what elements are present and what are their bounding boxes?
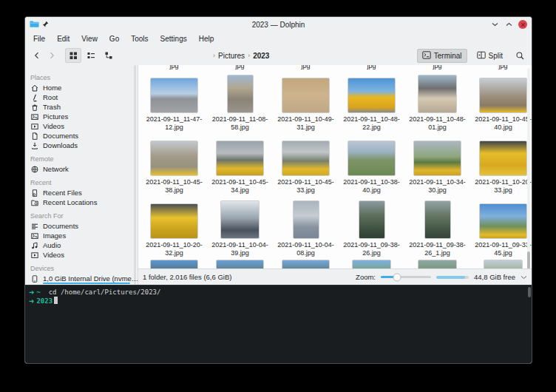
section-header-remote: Remote <box>30 153 138 164</box>
file-view[interactable]: jpgjpgjpgjpgjpgjpg 2021-09-11_11-47-12.j… <box>138 65 532 268</box>
file-name-line1: 2021-09-11_11-08- <box>212 115 268 124</box>
file-item[interactable]: 2021-09-11_10-45-34.jpg <box>207 133 273 196</box>
file-label-clipped: jpg <box>273 65 339 70</box>
thumbnail-wrap <box>424 196 451 239</box>
file-name-line2: 31.jpg <box>277 124 333 132</box>
breadcrumb-2023[interactable]: 2023 <box>253 52 269 60</box>
sidebar-item-documents[interactable]: Documents <box>30 221 138 231</box>
file-item[interactable]: 2021-09-11_10-45-38.jpg <box>141 133 207 196</box>
sidebar-item-label: Root <box>43 93 58 101</box>
sidebar-item-recent-locations[interactable]: Recent Locations <box>30 197 138 207</box>
zoom-slider-handle[interactable] <box>393 273 401 281</box>
maximize-button[interactable] <box>504 20 513 29</box>
file-name: 2021-09-11_11-47-12.jpg <box>146 115 203 131</box>
search-icon[interactable] <box>512 48 527 63</box>
file-thumbnail <box>418 75 457 113</box>
menu-settings[interactable]: Settings <box>155 33 192 44</box>
file-item-clipped[interactable] <box>404 259 470 268</box>
terminal-line: ➜ ~ cd /home/carl/Pictures/2023/ <box>29 288 528 297</box>
thumbnail-wrap <box>150 133 198 176</box>
sidebar-item-images[interactable]: Images <box>30 231 138 240</box>
file-item[interactable]: 2021-09-11_10-45-40.jpg <box>470 70 532 133</box>
file-thumbnail <box>282 260 330 268</box>
sidebar-item-1-0-gib-internal-drive-nvme[interactable]: 1,0 GiB Internal Drive (nvme… <box>30 274 138 283</box>
terminal-toggle-button[interactable]: Terminal <box>417 49 467 63</box>
file-item[interactable]: 2021-09-11_10-49-31.jpg <box>273 70 339 133</box>
file-name-line2: 01.jpg <box>409 124 465 132</box>
terminal-scrollbar[interactable] <box>528 287 531 297</box>
zoom-slider[interactable] <box>381 276 431 278</box>
forward-button[interactable] <box>44 48 59 63</box>
places-panel: PlacesHomeRootTrashPicturesVideosDocumen… <box>25 65 138 285</box>
chevron-down-icon[interactable] <box>521 273 527 281</box>
file-item-clipped[interactable] <box>141 259 207 268</box>
file-name-line2: 33.jpg <box>277 186 333 195</box>
file-item-clipped[interactable] <box>207 259 273 268</box>
file-item-clipped[interactable] <box>470 259 532 268</box>
fileview-scrollbar-track[interactable] <box>527 68 530 266</box>
menu-file[interactable]: File <box>28 33 50 44</box>
menu-view[interactable]: View <box>76 33 103 44</box>
sidebar-item-videos[interactable]: Videos <box>30 250 138 260</box>
statusbar: 1 folder, 2.016 files (6,6 GiB) Zoom: 44… <box>138 268 532 285</box>
file-thumbnail <box>282 141 330 176</box>
file-thumbnail <box>413 141 461 176</box>
file-name-line1: 2021-09-11_10-49- <box>277 115 333 124</box>
file-item[interactable]: 2021-09-11_10-45-33.jpg <box>273 133 339 196</box>
file-item[interactable]: 2021-09-11_09-38-26.jpg <box>339 196 404 259</box>
sidebar-item-network[interactable]: Network <box>30 164 138 174</box>
menu-edit[interactable]: Edit <box>52 33 75 44</box>
sidebar-item-pictures[interactable]: Pictures <box>30 112 138 121</box>
minimize-button[interactable] <box>490 20 499 29</box>
zoom-label: Zoom: <box>356 273 376 281</box>
tree-view-button[interactable] <box>101 48 117 63</box>
sidebar-item-downloads[interactable]: Downloads <box>30 141 138 150</box>
file-name: 2021-09-11_09-38-26_1.jpg <box>409 241 465 257</box>
breadcrumb-pictures[interactable]: Pictures <box>218 52 245 60</box>
close-button[interactable] <box>518 20 527 29</box>
file-item[interactable]: 2021-09-11_11-47-12.jpg <box>141 70 207 133</box>
file-name-line2: 32.jpg <box>146 249 202 257</box>
menu-tools[interactable]: Tools <box>126 33 153 44</box>
file-thumbnail <box>220 200 260 239</box>
file-item[interactable]: 2021-09-11_10-48-01.jpg <box>404 70 470 133</box>
file-item[interactable]: 2021-09-11_10-04-08.jpg <box>273 196 339 259</box>
titlebar[interactable]: 2023 — Dolphin <box>25 17 532 32</box>
file-item[interactable]: 2021-09-11_10-04-39.jpg <box>207 196 273 259</box>
file-name-line2: 12.jpg <box>146 124 203 132</box>
sidebar-item-root[interactable]: Root <box>30 92 138 102</box>
icons-view-button[interactable] <box>65 48 81 63</box>
file-item[interactable]: 2021-09-11_10-20-33.jpg <box>470 133 532 196</box>
file-name-line2: 30.jpg <box>409 186 465 195</box>
file-item[interactable]: 2021-09-11_10-38-40.jpg <box>339 133 404 196</box>
prompt-directory: 2023 <box>36 297 52 305</box>
status-summary: 1 folder, 2.016 files (6,6 GiB) <box>143 273 231 281</box>
menu-go[interactable]: Go <box>104 33 124 44</box>
sidebar-item-audio[interactable]: Audio <box>30 240 138 250</box>
file-item[interactable]: 2021-09-11_09-38-26_1.jpg <box>404 196 470 259</box>
file-item-clipped[interactable] <box>273 259 339 268</box>
file-item[interactable]: 2021-09-11_09-33-45.jpg <box>470 196 532 259</box>
back-button[interactable] <box>30 48 44 63</box>
details-view-button[interactable] <box>83 48 99 63</box>
sidebar-item-home[interactable]: Home <box>30 83 138 92</box>
file-item[interactable]: 2021-09-11_10-20-32.jpg <box>141 196 207 259</box>
file-name-line1: 2021-09-11_10-04- <box>277 241 333 249</box>
file-item-clipped[interactable] <box>339 259 404 268</box>
menu-help[interactable]: Help <box>194 33 220 44</box>
file-thumbnail <box>479 141 527 176</box>
thumbnail-wrap <box>359 196 385 239</box>
file-item[interactable]: 2021-09-11_10-48-22.jpg <box>339 70 404 133</box>
sidebar-item-videos[interactable]: Videos <box>30 121 138 131</box>
sidebar-item-documents[interactable]: Documents <box>30 131 138 141</box>
recent-location-icon <box>30 198 39 207</box>
file-item[interactable]: 2021-09-11_11-08-58.jpg <box>207 70 273 133</box>
fileview-scrollbar-thumb[interactable] <box>527 251 530 268</box>
file-name-line1: 2021-09-11_10-48- <box>409 115 465 124</box>
file-item[interactable]: 2021-09-11_10-34-30.jpg <box>404 133 470 196</box>
sidebar-item-trash[interactable]: Trash <box>30 102 138 112</box>
split-view-button[interactable]: Split <box>472 49 508 63</box>
terminal-panel[interactable]: ➜ ~ cd /home/carl/Pictures/2023/➜ 2023 <box>25 285 532 363</box>
network-icon <box>30 165 39 174</box>
sidebar-item-recent-files[interactable]: Recent Files <box>30 188 138 197</box>
